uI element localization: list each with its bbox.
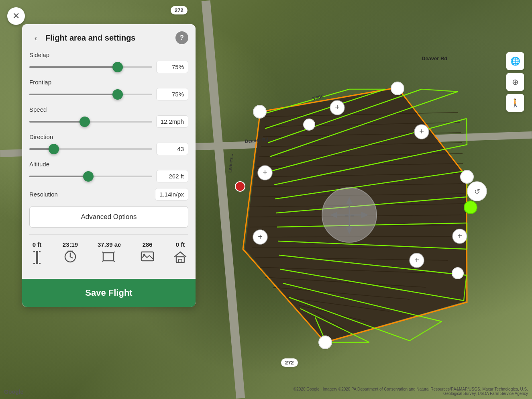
streetview-button[interactable]: 🚶 [506,94,524,112]
speed-row: Speed 12.2mph [29,106,188,128]
altitude-thumb[interactable] [83,171,94,182]
svg-line-40 [422,89,458,92]
frontlap-control: 75% [29,88,188,100]
svg-point-75 [464,201,477,214]
speed-control: 12.2mph [29,115,188,128]
svg-line-93 [114,252,114,253]
svg-rect-82 [33,251,35,252]
speed-track-container[interactable] [29,118,152,126]
svg-rect-81 [36,251,38,264]
altitude-row: Altitude 262 ft [29,161,188,182]
altitude-track [29,176,152,177]
altitude-fill [29,176,88,177]
close-button[interactable]: ✕ [7,7,25,25]
compass-button[interactable]: ⊕ [506,73,524,91]
svg-line-41 [467,119,467,145]
route-badge-top: 272 [171,6,188,14]
globe-button[interactable]: 🌐 [506,52,524,70]
area-icon [102,250,116,265]
svg-point-50 [253,105,266,118]
svg-point-76 [235,182,245,191]
time-icon [64,250,77,266]
svg-line-88 [70,257,73,258]
speed-track [29,121,152,123]
svg-point-47 [391,82,404,95]
stat-time-value: 23:19 [63,241,78,248]
advanced-options-button[interactable]: Advanced Options [29,206,188,228]
frontlap-thumb[interactable] [112,89,123,100]
svg-rect-84 [39,251,41,252]
stat-home: 0 ft [174,241,187,267]
sidelap-label: Sidelap [29,51,188,58]
stat-area-value: 37.39 ac [98,241,121,248]
svg-point-97 [143,254,145,256]
direction-row: Direction 43 [29,133,188,155]
sidelap-track-container[interactable] [29,63,152,71]
svg-text:+: + [414,256,419,264]
svg-point-49 [319,336,332,349]
stat-area: 37.39 ac [98,241,121,265]
altitude-track-container[interactable] [29,172,152,180]
stat-images-value: 286 [143,241,153,248]
resolution-value: 1.14in/px [155,188,188,201]
direction-label: Direction [29,133,188,140]
svg-point-48 [461,170,473,183]
svg-text:+: + [335,103,340,112]
frontlap-label: Frontlap [29,79,188,86]
svg-text:+: + [457,231,462,240]
sidelap-thumb[interactable] [112,62,123,72]
frontlap-track-container[interactable] [29,90,152,98]
direction-track-container[interactable] [29,145,152,153]
direction-control: 43 [29,143,188,155]
stat-distance: 0 ft [31,241,43,268]
sidelap-fill [29,66,118,68]
altitude-control: 262 ft [29,170,188,182]
map-controls: 🌐 ⊕ 🚶 [506,52,524,114]
altitude-value: 262 ft [156,170,188,182]
direction-thumb[interactable] [49,144,59,154]
panel-bottom: 0 ft 23:19 [22,241,196,276]
frontlap-value: 75% [156,88,188,100]
panel-title: Flight area and settings [45,33,172,43]
distance-icon [31,250,43,268]
panel-content: Sidelap 75% Frontlap [22,50,196,235]
speed-thumb[interactable] [79,117,90,127]
svg-text:+: + [258,232,263,241]
stat-home-value: 0 ft [176,241,185,248]
svg-line-45 [410,321,442,341]
svg-line-92 [102,252,103,253]
help-button[interactable]: ? [175,31,188,44]
direction-value: 43 [156,143,188,155]
sidelap-row: Sidelap 75% [29,51,188,73]
frontlap-track [29,94,152,95]
speed-label: Speed [29,106,188,113]
sidelap-control: 75% [29,61,188,73]
route-badge-bottom: 272 [281,358,298,367]
speed-fill [29,121,85,123]
svg-line-94 [114,261,114,262]
side-panel: ‹ Flight area and settings ? Sidelap 75%… [22,24,196,307]
divider [29,234,188,235]
panel-header: ‹ Flight area and settings ? [22,24,196,50]
resolution-label: Resolution [29,191,155,198]
frontlap-row: Frontlap 75% [29,79,188,100]
speed-value: 12.2mph [156,115,188,128]
svg-text:↺: ↺ [474,188,480,196]
svg-line-95 [102,261,103,262]
sidelap-track [29,66,152,68]
sidelap-value: 75% [156,61,188,73]
save-flight-button[interactable]: Save Flight [22,279,196,307]
resolution-row: Resolution 1.14in/px [29,188,188,201]
svg-rect-85 [39,263,41,264]
frontlap-fill [29,94,118,95]
svg-text:Deaver Rd: Deaver Rd [422,55,447,61]
svg-rect-83 [33,263,35,264]
svg-point-52 [304,119,315,130]
altitude-label: Altitude [29,161,188,168]
stats-row: 0 ft 23:19 [29,241,188,268]
back-button[interactable]: ‹ [29,31,42,44]
direction-track [29,148,152,150]
svg-rect-91 [103,253,114,261]
svg-text:+: + [263,168,267,177]
images-icon [141,250,154,265]
